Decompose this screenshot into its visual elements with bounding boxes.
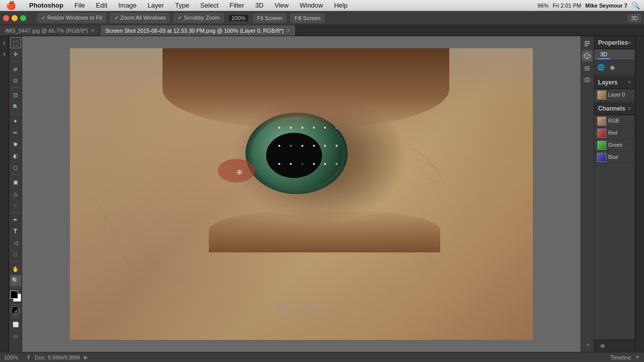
3d-tb-btn1[interactable]: 🌐 [596, 62, 606, 72]
menu-file[interactable]: File [72, 2, 87, 9]
channel-thumb-green [597, 141, 606, 150]
left-strip-btn1[interactable]: ▮ [0, 37, 10, 48]
zoom-input[interactable]: 100% [228, 14, 249, 22]
tool-crop[interactable]: ⊡ [10, 89, 21, 101]
menu-3d[interactable]: 3D [253, 2, 266, 9]
tool-screen-mode-2[interactable]: ▭ [10, 330, 21, 341]
collapse-panel-btn[interactable]: ◀ [582, 339, 593, 350]
tab-close-2[interactable]: ✕ [286, 28, 290, 33]
tool-separator-7 [11, 288, 20, 288]
tool-separator-2 [11, 87, 20, 88]
layer-item-0[interactable]: Layer 0 [594, 89, 635, 101]
search-icon[interactable]: 🔍 [631, 2, 640, 10]
resize-windows-btn[interactable]: Resize Windows to Fit [37, 13, 106, 23]
layers-title: Layers [598, 79, 618, 86]
tool-separator-4 [11, 174, 20, 175]
tool-separator-1 [11, 61, 20, 62]
svg-rect-7 [585, 66, 590, 67]
tool-brush[interactable]: ✏ [10, 127, 21, 138]
maximize-button[interactable] [20, 15, 26, 21]
tool-lasso[interactable]: ⌀ [10, 63, 21, 74]
tool-move[interactable]: ✛ [10, 49, 21, 60]
menu-type[interactable]: Type [173, 2, 191, 9]
tab-label: IMG_0447.jpg @ 66.7% (RGB/8*) [5, 28, 88, 34]
channel-name-green: Green [608, 142, 622, 148]
channel-red[interactable]: Red [594, 127, 635, 139]
channel-blue[interactable]: Blue [594, 151, 635, 163]
minimize-button[interactable] [12, 15, 18, 21]
channels-content: RGB Red Green Blue [594, 115, 635, 340]
tab-img0447[interactable]: IMG_0447.jpg @ 66.7% (RGB/8*) ✕ [0, 25, 100, 36]
tab-close-1[interactable]: ✕ [91, 28, 95, 33]
scrubby-zoom-btn[interactable]: Scrubby Zoom [174, 13, 224, 23]
channel-green[interactable]: Green [594, 139, 635, 151]
tool-type[interactable]: T [10, 226, 21, 237]
menu-select[interactable]: Select [198, 2, 220, 9]
status-doc-info: Doc: 9.88M/9.88M [35, 354, 80, 360]
tool-pen[interactable]: ✒ [10, 214, 21, 225]
panels-container: ◀ Properties ≡ 3D 🌐 ◉ Layers [581, 36, 644, 352]
tool-healing[interactable]: ✦ [10, 116, 21, 127]
menu-help[interactable]: Help [332, 2, 350, 9]
menu-layer[interactable]: Layer [145, 2, 166, 9]
far-right-bar [635, 36, 644, 352]
svg-rect-0 [585, 41, 590, 42]
channels-title: Channels [598, 105, 625, 112]
3d-panel-icon [584, 52, 591, 59]
layers-icon-btn[interactable] [582, 62, 593, 73]
fill-screen-btn[interactable]: Fill Screen [290, 14, 325, 23]
3d-tb-btn2[interactable]: ◉ [607, 62, 617, 72]
channel-thumb-rgb [597, 117, 606, 126]
timeline-collapse-icon[interactable]: ▼ [635, 354, 640, 360]
canvas-content: ⊕ 🅜 人人素材 [22, 36, 581, 352]
channel-rgb[interactable]: RGB [594, 115, 635, 127]
menu-image[interactable]: Image [116, 2, 138, 9]
properties-icon [584, 40, 591, 47]
menu-view[interactable]: View [273, 2, 291, 9]
tool-hand[interactable]: ✋ [10, 263, 21, 275]
3d-mode-indicator[interactable]: 3D [628, 14, 641, 22]
tool-path-select[interactable]: ◁ [10, 237, 21, 248]
tool-screen-mode[interactable]: ⬜ [10, 319, 21, 330]
panels-content: Properties ≡ 3D 🌐 ◉ Layers ≡ [594, 36, 635, 352]
tool-separator-5 [11, 212, 20, 213]
layers-panel-options[interactable]: ≡ [628, 79, 631, 85]
status-arrow[interactable]: ▶ [84, 354, 88, 360]
menu-photoshop[interactable]: Photoshop [27, 2, 65, 9]
channels-icon-btn[interactable] [582, 74, 593, 85]
panel-options-icon[interactable]: ≡ [628, 40, 631, 45]
apple-menu[interactable]: 🍎 [4, 1, 18, 10]
tool-separator-9 [11, 317, 20, 317]
tool-clone[interactable]: ✱ [10, 139, 21, 150]
menu-filter[interactable]: Filter [227, 2, 246, 9]
tool-gradient[interactable]: ▣ [10, 176, 21, 188]
close-button[interactable] [3, 15, 9, 21]
3d-icon-btn[interactable] [582, 50, 593, 61]
tab-3d[interactable]: 3D [597, 50, 610, 59]
eyeball-visibility-btn[interactable]: 👁 [597, 341, 608, 352]
menu-edit[interactable]: Edit [94, 2, 109, 9]
tool-eyedropper[interactable]: 🔍 [10, 101, 21, 112]
tool-dodge[interactable]: ○ [10, 200, 21, 211]
properties-icon-btn[interactable] [582, 38, 593, 49]
tool-marquee[interactable]: ⬚ [10, 37, 21, 48]
menu-window[interactable]: Window [298, 2, 325, 9]
color-swatches[interactable] [10, 291, 21, 302]
status-export-icon[interactable]: ⬆ [26, 354, 31, 360]
fit-screen-btn[interactable]: Fit Screen [253, 14, 286, 23]
tool-history[interactable]: ◐ [10, 150, 21, 161]
channel-thumb-blue [597, 153, 606, 162]
layers-icon [584, 64, 591, 71]
channel-name-blue: Blue [608, 154, 618, 160]
zoom-all-windows-btn[interactable]: Zoom All Windows [110, 13, 170, 23]
tool-blur[interactable]: △ [10, 188, 21, 199]
tool-quick-select[interactable]: ⊙ [10, 75, 21, 86]
tool-zoom[interactable]: 🔍 [10, 275, 21, 286]
tool-shape[interactable]: □ [10, 249, 21, 260]
tool-eraser[interactable]: ◻ [10, 162, 21, 173]
tool-quick-mask[interactable]: ○ [11, 306, 20, 315]
tab-screenshot[interactable]: Screen Shot 2015-06-03 at 12.53.30 PM.pn… [100, 25, 296, 36]
foreground-color-swatch[interactable] [10, 291, 18, 299]
channels-panel-options[interactable]: ≡ [628, 106, 631, 111]
left-strip-btn2[interactable]: ▮ [0, 48, 10, 59]
